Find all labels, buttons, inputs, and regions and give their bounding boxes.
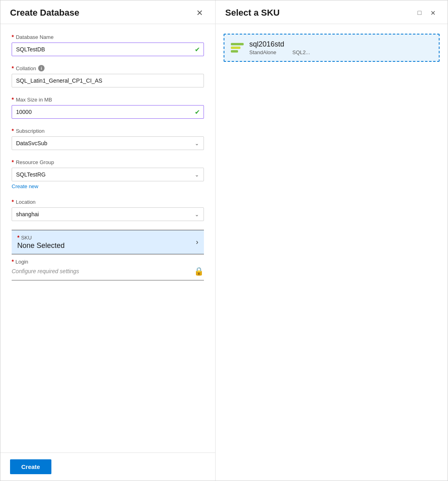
database-name-check-icon: ✔ (195, 46, 200, 53)
location-select-wrapper: shanghai ⌄ (12, 207, 204, 221)
resource-group-select[interactable]: SQLTestRG (12, 168, 204, 181)
max-size-input[interactable] (12, 105, 204, 119)
sku-bar-1 (231, 43, 244, 45)
left-panel-footer: Create (0, 453, 215, 481)
subscription-group: * Subscription DataSvcSub ⌄ (12, 128, 204, 150)
create-button[interactable]: Create (10, 459, 51, 474)
sku-sub-version: SQL2... (292, 49, 310, 55)
location-group: * Location shanghai ⌄ (12, 199, 204, 221)
database-name-wrapper: ✔ (12, 43, 204, 56)
location-select[interactable]: shanghai (12, 207, 204, 221)
resource-group-group: * Resource Group SQLTestRG ⌄ Create new (12, 159, 204, 190)
sku-item-sub: StandAlone SQL2... (249, 49, 432, 55)
subscription-select-wrapper: DataSvcSub ⌄ (12, 136, 204, 150)
max-size-check-icon: ✔ (195, 108, 200, 116)
create-new-link[interactable]: Create new (12, 183, 38, 189)
login-group: * Login Configure required settings 🔒 (12, 258, 204, 280)
sku-bar-3 (231, 50, 238, 53)
sku-item-card[interactable]: sql2016std StandAlone SQL2... (224, 34, 440, 62)
sku-item-info: sql2016std StandAlone SQL2... (249, 40, 432, 55)
lock-icon: 🔒 (194, 266, 204, 276)
required-star-login: * (12, 258, 14, 265)
maximize-button[interactable]: □ (415, 8, 424, 17)
sku-sub-type: StandAlone (249, 49, 276, 55)
sku-selector[interactable]: * SKU None Selected › (12, 230, 204, 254)
sku-chevron-icon: › (196, 238, 198, 246)
left-panel-title: Create Database (10, 8, 79, 18)
resource-group-label: * Resource Group (12, 159, 204, 165)
required-star-db: * (12, 34, 14, 40)
database-name-label: * Database Name (12, 34, 204, 40)
right-header-buttons: □ ✕ (415, 8, 438, 18)
collation-info-icon[interactable]: i (38, 65, 45, 71)
create-database-panel: Create Database ✕ * Database Name ✔ * Co (0, 0, 216, 481)
login-value-row: Configure required settings 🔒 (12, 266, 204, 276)
right-panel-body: sql2016std StandAlone SQL2... (216, 24, 448, 481)
left-panel-body: * Database Name ✔ * Collation i (0, 24, 215, 453)
sku-field-inner: * SKU None Selected (17, 234, 196, 250)
collation-wrapper (12, 74, 204, 87)
required-star-location: * (12, 199, 14, 205)
required-star-sub: * (12, 128, 14, 134)
sku-label-row: * SKU (17, 234, 196, 241)
right-panel-title: Select a SKU (225, 8, 280, 18)
left-close-button[interactable]: ✕ (194, 8, 206, 18)
location-label: * Location (12, 199, 204, 205)
right-close-button[interactable]: ✕ (428, 8, 438, 18)
sku-bar-2 (231, 47, 240, 49)
resource-group-select-wrapper: SQLTestRG ⌄ (12, 168, 204, 181)
required-star-maxsize: * (12, 96, 14, 103)
database-name-group: * Database Name ✔ (12, 34, 204, 56)
sku-item-name: sql2016std (249, 40, 432, 49)
sku-group: * SKU None Selected › (12, 230, 204, 254)
sku-item-icon (231, 43, 244, 53)
required-star-collation: * (12, 65, 14, 71)
right-panel-header: Select a SKU □ ✕ (216, 0, 448, 24)
required-star-rg: * (12, 159, 14, 165)
subscription-label: * Subscription (12, 128, 204, 134)
collation-label: * Collation i (12, 65, 204, 71)
database-name-input[interactable] (12, 43, 204, 56)
required-star-sku: * (17, 234, 19, 241)
max-size-label: * Max Size in MB (12, 96, 204, 103)
subscription-select[interactable]: DataSvcSub (12, 136, 204, 150)
max-size-wrapper: ✔ (12, 105, 204, 119)
left-panel-header: Create Database ✕ (0, 0, 215, 24)
collation-group: * Collation i (12, 65, 204, 87)
select-sku-panel: Select a SKU □ ✕ sql2016std StandAlone S… (216, 0, 448, 481)
collation-input[interactable] (12, 74, 204, 87)
sku-value: None Selected (17, 242, 196, 250)
max-size-group: * Max Size in MB ✔ (12, 96, 204, 119)
login-placeholder[interactable]: Configure required settings (12, 268, 79, 274)
login-label-row: * Login (12, 258, 204, 265)
